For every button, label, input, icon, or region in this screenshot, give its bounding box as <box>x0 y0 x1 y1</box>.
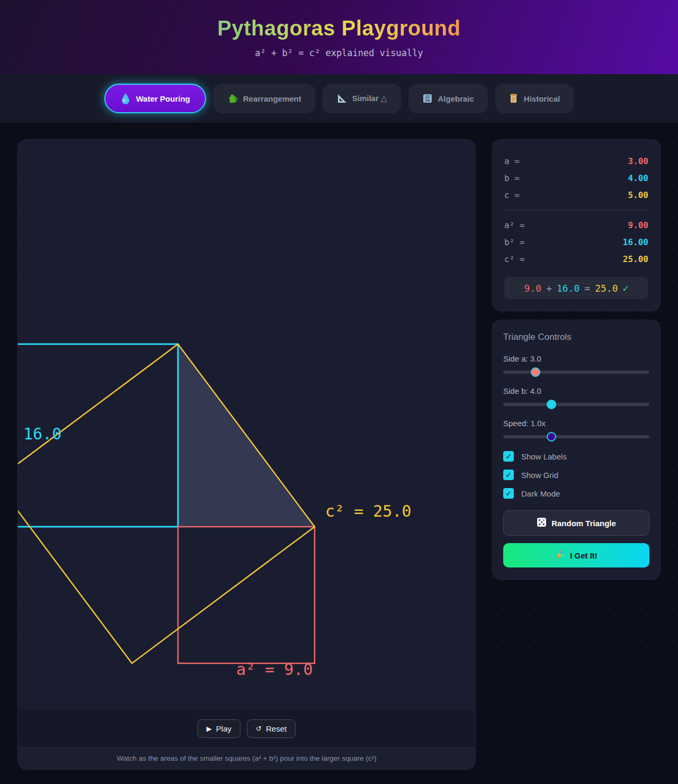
geometry-canvas: 16.0 c² = 25.0 a² = 9.0 <box>18 140 475 710</box>
mode-tabbar: Water Pouring Rearrangement Similar △ <box>0 74 678 123</box>
page-subtitle: a² + b² = c² explained visually <box>255 48 423 58</box>
canvas-caption: Watch as the areas of the smaller square… <box>18 747 475 769</box>
playback-controls: ▶ Play ↺ Reset <box>18 710 475 747</box>
value-number: 16.00 <box>623 237 648 247</box>
side-column: a = 3.00 b = 4.00 c = 5.00 a² = 9.00 b² … <box>492 139 661 770</box>
value-row-b: b = 4.00 <box>504 169 648 186</box>
slider-side-a[interactable] <box>503 371 649 374</box>
checkbox-row-show-grid: ✓ Show Grid <box>503 470 649 480</box>
b-square-label: 16.0 <box>23 425 61 443</box>
values-panel: a = 3.00 b = 4.00 c = 5.00 a² = 9.00 b² … <box>492 139 661 311</box>
tab-label: Similar △ <box>352 94 387 103</box>
set-square-icon <box>336 93 347 104</box>
checkbox-label: Show Labels <box>521 452 567 461</box>
i-get-it-label: I Get It! <box>570 551 597 560</box>
slider-label-side-a: Side a: 3.0 <box>503 354 649 363</box>
page-title: Pythagoras Playground <box>217 16 460 40</box>
reset-button[interactable]: ↺ Reset <box>247 719 296 738</box>
slider-speed[interactable] <box>503 435 649 438</box>
equation-a-squared: 9.0 <box>524 283 542 294</box>
value-label: c = <box>504 190 520 200</box>
value-label: b² = <box>504 237 525 247</box>
equation-equals: = <box>584 283 590 294</box>
controls-title: Triangle Controls <box>503 332 649 343</box>
slider-label-side-b: Side b: 4.0 <box>503 386 649 395</box>
divider <box>504 210 648 210</box>
value-number: 3.00 <box>628 156 648 166</box>
checkmark-icon: ✓ <box>623 283 629 294</box>
a-square-outline <box>178 527 315 663</box>
numbers-icon: 12 34 <box>422 93 433 104</box>
tab-water-pouring[interactable]: Water Pouring <box>104 84 206 113</box>
play-label: Play <box>216 724 231 733</box>
puzzle-icon <box>227 93 238 104</box>
tab-label: Algebraic <box>438 94 474 103</box>
value-row-c: c = 5.00 <box>504 186 648 203</box>
play-icon: ▶ <box>207 725 212 733</box>
canvas-card: 16.0 c² = 25.0 a² = 9.0 ▶ Play ↺ Reset W… <box>17 139 476 770</box>
value-label: c² = <box>504 254 525 264</box>
value-row-a-squared: a² = 9.00 <box>504 217 648 233</box>
equation-c-squared: 25.0 <box>595 283 618 294</box>
slider-thumb-side-b[interactable] <box>547 400 556 409</box>
slider-group-side-a: Side a: 3.0 <box>503 354 649 374</box>
random-triangle-button[interactable]: Random Triangle <box>503 510 649 536</box>
reset-label: Reset <box>266 724 287 733</box>
value-label: a = <box>504 156 520 166</box>
tab-rearrangement[interactable]: Rearrangement <box>213 84 315 113</box>
app-header: Pythagoras Playground a² + b² = c² expla… <box>0 0 678 74</box>
party-popper-icon <box>555 549 565 561</box>
value-number: 5.00 <box>628 190 648 200</box>
dice-icon <box>537 517 547 529</box>
checkbox-show-labels[interactable]: ✓ <box>503 451 514 462</box>
checkbox-label: Show Grid <box>521 471 558 480</box>
triangle-controls-panel: Triangle Controls Side a: 3.0 Side b: 4.… <box>492 320 661 580</box>
value-label: b = <box>504 173 520 183</box>
slider-thumb-side-a[interactable] <box>531 367 540 377</box>
tab-algebraic[interactable]: 12 34 Algebraic <box>408 84 488 113</box>
slider-thumb-speed[interactable] <box>547 432 556 441</box>
value-row-b-squared: b² = 16.00 <box>504 233 648 250</box>
value-row-a: a = 3.00 <box>504 152 648 169</box>
water-drop-icon <box>120 93 131 104</box>
equation-b-squared: 16.0 <box>557 283 579 294</box>
svg-text:34: 34 <box>425 98 429 103</box>
scroll-icon <box>509 93 519 104</box>
reset-icon: ↺ <box>256 725 262 733</box>
play-button[interactable]: ▶ Play <box>198 719 240 738</box>
checkbox-dark-mode[interactable]: ✓ <box>503 488 514 499</box>
main-content: 16.0 c² = 25.0 a² = 9.0 ▶ Play ↺ Reset W… <box>0 123 678 784</box>
value-number: 25.00 <box>623 254 648 264</box>
slider-group-side-b: Side b: 4.0 <box>503 386 649 406</box>
checkbox-row-dark-mode: ✓ Dark Mode <box>503 488 649 499</box>
slider-side-b[interactable] <box>503 403 649 406</box>
slider-label-speed: Speed: 1.0x <box>503 419 649 428</box>
random-triangle-label: Random Triangle <box>551 519 616 528</box>
checkbox-label: Dark Mode <box>521 489 560 498</box>
equation-box: 9.0 + 16.0 = 25.0 ✓ <box>504 277 648 299</box>
checkbox-show-grid[interactable]: ✓ <box>503 470 514 480</box>
tab-similar-triangles[interactable]: Similar △ <box>323 84 401 113</box>
tab-label: Historical <box>524 94 560 103</box>
a-square-label: a² = 9.0 <box>236 660 313 679</box>
value-number: 4.00 <box>628 173 648 183</box>
equation-plus: + <box>546 283 552 294</box>
tab-historical[interactable]: Historical <box>495 84 574 113</box>
tab-label: Rearrangement <box>243 94 301 103</box>
value-number: 9.00 <box>628 220 648 230</box>
checkbox-row-show-labels: ✓ Show Labels <box>503 451 649 462</box>
i-get-it-button[interactable]: I Get It! <box>503 543 649 567</box>
value-row-c-squared: c² = 25.00 <box>504 250 648 267</box>
c-square-label: c² = 25.0 <box>325 502 412 520</box>
slider-group-speed: Speed: 1.0x <box>503 419 649 438</box>
tab-label: Water Pouring <box>136 94 190 103</box>
value-label: a² = <box>504 220 525 230</box>
